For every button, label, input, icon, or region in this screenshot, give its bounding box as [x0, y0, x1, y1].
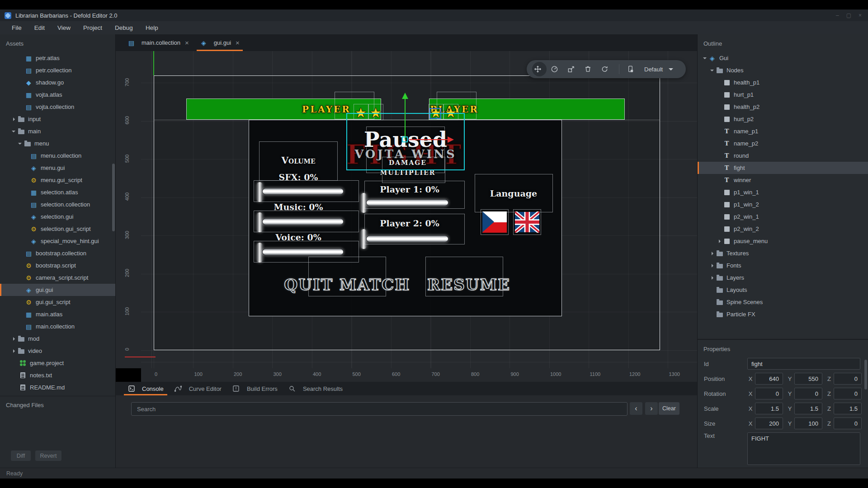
outline-item-health-p1[interactable]: health_p1 [698, 76, 868, 89]
gizmo-y-axis[interactable] [405, 99, 406, 140]
voice-slider-bar[interactable] [262, 249, 344, 255]
outline-item-nodes[interactable]: Nodes [698, 64, 868, 76]
gizmo-x-arrowhead[interactable] [448, 136, 454, 143]
asset-item-video[interactable]: video [0, 345, 115, 357]
scale-z-field[interactable] [834, 403, 862, 414]
chevron-right-icon[interactable] [11, 116, 17, 122]
music-slider-bar[interactable] [262, 218, 344, 225]
outline-item-p2-win-1[interactable]: p2_win_1 [698, 211, 868, 223]
volume-label[interactable]: Volume [281, 155, 315, 166]
outline-item-p1-win-2[interactable]: p1_win_2 [698, 198, 868, 211]
outline-item-spine-scenes[interactable]: Spine Scenes [698, 296, 868, 308]
properties-scrollbar-thumb[interactable] [864, 360, 867, 389]
size-z-field[interactable] [834, 418, 862, 429]
chevron-right-icon[interactable] [11, 336, 17, 342]
id-field[interactable] [747, 358, 860, 370]
bottom-tab-curve-editor[interactable]: Curve Editor [169, 382, 227, 395]
asset-item-menu[interactable]: menu [0, 137, 115, 150]
minimize-icon[interactable]: – [836, 12, 839, 19]
chevron-down-icon[interactable] [702, 55, 708, 61]
scale-tool-button[interactable] [566, 62, 580, 76]
asset-item-petr-collection[interactable]: ▤petr.collection [0, 64, 115, 76]
rotate-tool-button[interactable] [549, 62, 563, 76]
tab-gui-gui[interactable]: ◈gui.gui× [194, 34, 245, 51]
outline-item-round[interactable]: Tround [698, 150, 868, 162]
maximize-icon[interactable]: ▢ [846, 12, 851, 19]
console-search-input[interactable] [131, 402, 627, 416]
chevron-down-icon[interactable] [17, 141, 24, 147]
text-field[interactable] [747, 432, 860, 465]
czech-flag[interactable] [482, 211, 507, 233]
tab-close-icon[interactable]: × [185, 39, 189, 47]
assets-scrollbar-thumb[interactable] [112, 164, 115, 231]
console-clear-button[interactable]: Clear [659, 402, 679, 415]
move-tool-button[interactable] [532, 62, 547, 76]
outline-item-layers[interactable]: Layers [698, 272, 868, 284]
asset-item-input[interactable]: input [0, 113, 115, 125]
menu-help[interactable]: Help [139, 21, 165, 34]
close-icon[interactable]: × [859, 12, 862, 19]
scale-y-field[interactable] [794, 403, 822, 414]
outline-item-fight[interactable]: Tfight [698, 162, 868, 174]
rotation-z-field[interactable] [834, 388, 862, 399]
menu-project[interactable]: Project [77, 21, 108, 34]
chevron-right-icon[interactable] [709, 275, 716, 281]
menu-view[interactable]: View [51, 21, 77, 34]
revert-button[interactable]: Revert [35, 450, 61, 461]
asset-item-bootstrap-script[interactable]: ⚙bootstrap.script [0, 259, 115, 272]
asset-item-menu-gui[interactable]: ◈menu.gui [0, 162, 115, 174]
outline-item-name-p1[interactable]: Tname_p1 [698, 125, 868, 137]
diff-button[interactable]: Diff [11, 450, 31, 461]
menu-edit[interactable]: Edit [28, 21, 51, 34]
size-x-field[interactable] [755, 418, 783, 429]
outline-item-name-p2[interactable]: Tname_p2 [698, 137, 868, 150]
voice-slider-handle[interactable] [257, 243, 263, 263]
rotation-y-field[interactable] [794, 388, 822, 399]
asset-item-main[interactable]: main [0, 125, 115, 137]
asset-item-menu-gui-script[interactable]: ⚙menu.gui_script [0, 174, 115, 186]
bottom-tab-search-results[interactable]: Search Results [283, 382, 348, 395]
chevron-right-icon[interactable] [11, 348, 17, 354]
gizmo-center-handle[interactable] [402, 136, 408, 142]
outline-item-health-p2[interactable]: health_p2 [698, 101, 868, 113]
asset-item-camera-script-script[interactable]: ⚙camera_script.script [0, 272, 115, 284]
asset-item-shadow-go[interactable]: ◆shadow.go [0, 76, 115, 89]
asset-item-main-collection[interactable]: ▤main.collection [0, 320, 115, 333]
chevron-right-icon[interactable] [717, 238, 723, 244]
player2-multiplier-label[interactable]: Player 2: 0% [380, 218, 439, 228]
outline-item-p2-win-2[interactable]: p2_win_2 [698, 223, 868, 235]
gizmo-x-axis[interactable] [409, 139, 448, 140]
asset-item-bootstrap-collection[interactable]: ▤bootstrap.collection [0, 247, 115, 259]
chevron-down-icon[interactable] [709, 67, 716, 74]
chevron-down-icon[interactable] [11, 128, 17, 135]
player1-multiplier-label[interactable]: Player 1: 0% [380, 184, 439, 194]
outline-item-hurt-p2[interactable]: hurt_p2 [698, 113, 868, 125]
scene-canvas[interactable]: 7006005004003002001000 PLAYER PLAYER ★ ★… [116, 51, 697, 368]
asset-item-gui-gui[interactable]: ◈gui.gui [0, 284, 115, 296]
asset-item-vojta-atlas[interactable]: ▦vojta.atlas [0, 89, 115, 101]
asset-item-selection-atlas[interactable]: ▦selection.atlas [0, 186, 115, 198]
asset-item-selection-gui[interactable]: ◈selection.gui [0, 211, 115, 223]
asset-item-gui-gui-script[interactable]: ⚙gui.gui_script [0, 296, 115, 308]
outline-item-textures[interactable]: Textures [698, 247, 868, 259]
outline-item-particle-fx[interactable]: Particle FX [698, 308, 868, 320]
position-y-field[interactable] [794, 373, 822, 385]
outline-item-pause-menu[interactable]: pause_menu [698, 235, 868, 247]
outline-item-winner[interactable]: Twinner [698, 174, 868, 186]
sfx-slider-handle[interactable] [257, 182, 263, 202]
asset-item-special-move-hint-gui[interactable]: ◈special_move_hint.gui [0, 235, 115, 247]
sfx-slider-bar[interactable] [262, 188, 344, 195]
asset-item-petr-atlas[interactable]: ▦petr.atlas [0, 52, 115, 64]
p1-slider-bar[interactable] [366, 199, 448, 206]
asset-item-game-project[interactable]: game.project [0, 357, 115, 369]
trash-tool-button[interactable] [582, 62, 597, 76]
asset-item-readme-md[interactable]: README.md [0, 381, 115, 394]
refresh-tool-button[interactable] [599, 62, 613, 76]
quit-match-label[interactable]: QUIT MATCH [284, 276, 410, 294]
outline-item-gui[interactable]: ◈Gui [698, 52, 868, 64]
asset-item-mod[interactable]: mod [0, 333, 115, 345]
search-prev-button[interactable]: ‹ [630, 402, 642, 415]
outline-item-hurt-p1[interactable]: hurt_p1 [698, 89, 868, 101]
scale-x-field[interactable] [755, 403, 783, 414]
size-y-field[interactable] [794, 418, 822, 429]
